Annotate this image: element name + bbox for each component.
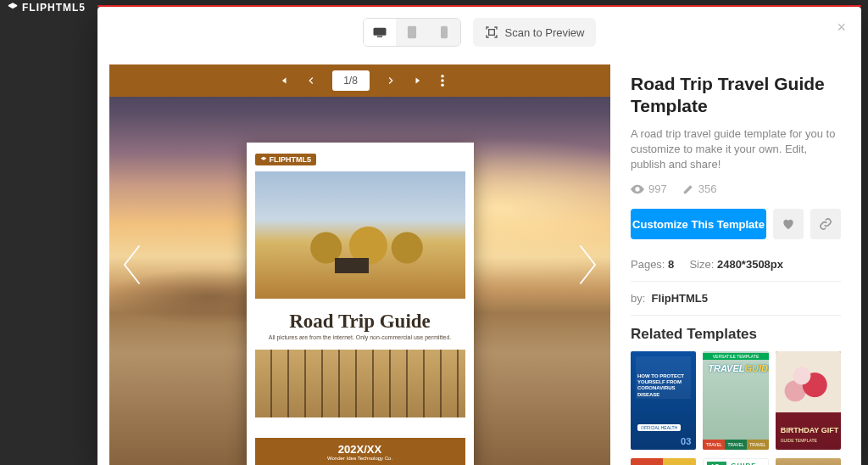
- first-page-icon[interactable]: [276, 75, 290, 87]
- svg-point-7: [441, 84, 444, 87]
- author-row: by: FlipHTML5: [631, 292, 841, 305]
- link-button[interactable]: [810, 209, 841, 239]
- close-icon[interactable]: ×: [837, 19, 846, 36]
- prev-page-icon[interactable]: [305, 75, 317, 87]
- svg-rect-1: [377, 36, 382, 38]
- page-controls: 1/8: [208, 64, 513, 97]
- related-template-4[interactable]: [631, 458, 696, 465]
- svg-rect-0: [373, 28, 386, 36]
- svg-point-5: [441, 75, 444, 78]
- edits-stat: 356: [682, 182, 717, 195]
- favorite-button[interactable]: [773, 209, 804, 239]
- svg-rect-3: [441, 26, 448, 38]
- scan-to-preview-button[interactable]: Scan to Preview: [473, 18, 597, 47]
- next-page-icon[interactable]: [385, 75, 397, 87]
- device-desktop[interactable]: [364, 19, 396, 46]
- template-preview-modal: Scan to Preview × 1/8 FLIPH: [97, 7, 861, 465]
- page-indicator[interactable]: 1/8: [332, 70, 370, 91]
- related-template-5[interactable]: ✔ Pro GUIDE: [703, 458, 768, 465]
- brand-logo: FLIPHTML5: [7, 2, 86, 14]
- template-description: A road trip travel guide template for yo…: [631, 126, 841, 173]
- flipbook-page[interactable]: FLIPHTML5 Road Trip Guide All pictures a…: [247, 143, 474, 465]
- scan-label: Scan to Preview: [505, 26, 585, 39]
- more-icon[interactable]: [441, 75, 444, 87]
- flip-prev-icon[interactable]: [116, 235, 150, 294]
- cover-secondary-image: [255, 350, 465, 417]
- flipbook-viewer: 1/8 FLIPHTML5 Road Trip Guide All pictur…: [109, 64, 610, 465]
- cover-footer: 202X/XX Wonder Idea Technology Co.: [255, 438, 465, 465]
- template-title: Road Trip Travel Guide Template: [631, 73, 841, 118]
- svg-rect-4: [488, 30, 494, 36]
- device-phone[interactable]: [428, 19, 460, 46]
- related-template-6[interactable]: [776, 458, 841, 465]
- pages-size-row: Pages: 8 Size: 2480*3508px: [631, 258, 841, 271]
- template-stats: 997 356: [631, 182, 841, 195]
- cover-title: Road Trip Guide: [255, 311, 465, 333]
- cover-subtitle: All pictures are from the internet. Only…: [255, 334, 465, 341]
- cover-brand-badge: FLIPHTML5: [255, 154, 317, 165]
- views-stat: 997: [631, 182, 667, 195]
- modal-toolbar: Scan to Preview ×: [97, 7, 861, 58]
- svg-rect-2: [407, 26, 415, 39]
- svg-point-6: [441, 79, 444, 82]
- device-switcher: [363, 18, 461, 47]
- last-page-icon[interactable]: [412, 75, 426, 87]
- related-template-2[interactable]: VERSATILE TEMPLATE TRAVELGUIDE TRAVEL TR…: [703, 351, 768, 450]
- customize-button[interactable]: Customize This Template: [631, 209, 766, 239]
- related-template-3[interactable]: BIRTHDAY GIFT GUIDE TEMPLATE: [776, 351, 841, 450]
- related-heading: Related Templates: [631, 326, 841, 343]
- related-template-1[interactable]: HOW TO PROTECT YOURSELF FROM CORONAVIRUS…: [631, 351, 696, 450]
- device-tablet[interactable]: [396, 19, 428, 46]
- cover-hero-image: [255, 171, 465, 299]
- details-sidebar: Road Trip Travel Guide Template A road t…: [610, 58, 861, 465]
- flip-next-icon[interactable]: [570, 235, 604, 294]
